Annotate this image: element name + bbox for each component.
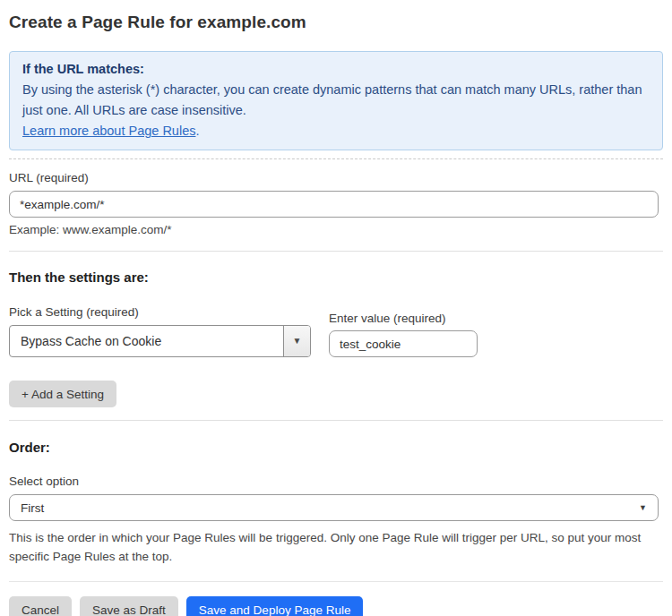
footer-divider: [9, 581, 663, 582]
chevron-down-icon: ▼: [293, 337, 302, 346]
save-deploy-button[interactable]: Save and Deploy Page Rule: [186, 596, 364, 616]
setting-value-input[interactable]: [329, 330, 478, 357]
add-setting-button[interactable]: + Add a Setting: [9, 381, 116, 407]
url-label: URL (required): [9, 171, 663, 184]
chevron-down-icon: ▼: [639, 504, 647, 512]
order-helper-text: This is the order in which your Page Rul…: [9, 528, 642, 566]
page-rule-form: Create a Page Rule for example.com If th…: [0, 13, 672, 616]
order-select[interactable]: First ▼: [9, 494, 659, 521]
info-box: If the URL matches: By using the asteris…: [9, 51, 663, 150]
dashed-divider: [9, 158, 663, 159]
info-box-heading: If the URL matches:: [22, 59, 650, 80]
save-draft-button[interactable]: Save as Draft: [80, 596, 178, 616]
settings-row: Pick a Setting (required) Bypass Cache o…: [9, 305, 663, 357]
setting-select[interactable]: Bypass Cache on Cookie ▼: [9, 325, 311, 357]
info-box-body: By using the asterisk (*) character, you…: [22, 80, 650, 121]
link-suffix: .: [195, 124, 199, 138]
order-heading: Order:: [9, 440, 663, 455]
order-select-value: First: [21, 501, 44, 515]
setting-select-value: Bypass Cache on Cookie: [10, 326, 283, 356]
section-divider: [9, 420, 663, 421]
settings-heading: Then the settings are:: [9, 270, 663, 285]
url-input[interactable]: [9, 191, 659, 218]
enter-value-column: Enter value (required): [329, 305, 478, 357]
setting-select-arrow-button[interactable]: ▼: [283, 326, 310, 356]
info-box-link-line: Learn more about Page Rules.: [22, 121, 650, 141]
pick-setting-column: Pick a Setting (required) Bypass Cache o…: [9, 305, 311, 357]
enter-value-label: Enter value (required): [329, 312, 478, 325]
footer-buttons: Cancel Save as Draft Save and Deploy Pag…: [9, 596, 663, 616]
pick-setting-label: Pick a Setting (required): [9, 305, 311, 319]
section-divider: [9, 251, 663, 252]
url-helper-text: Example: www.example.com/*: [9, 223, 663, 236]
cancel-button[interactable]: Cancel: [9, 596, 72, 616]
learn-more-link[interactable]: Learn more about Page Rules: [22, 124, 195, 138]
select-option-label: Select option: [9, 475, 663, 488]
page-title: Create a Page Rule for example.com: [9, 13, 663, 32]
